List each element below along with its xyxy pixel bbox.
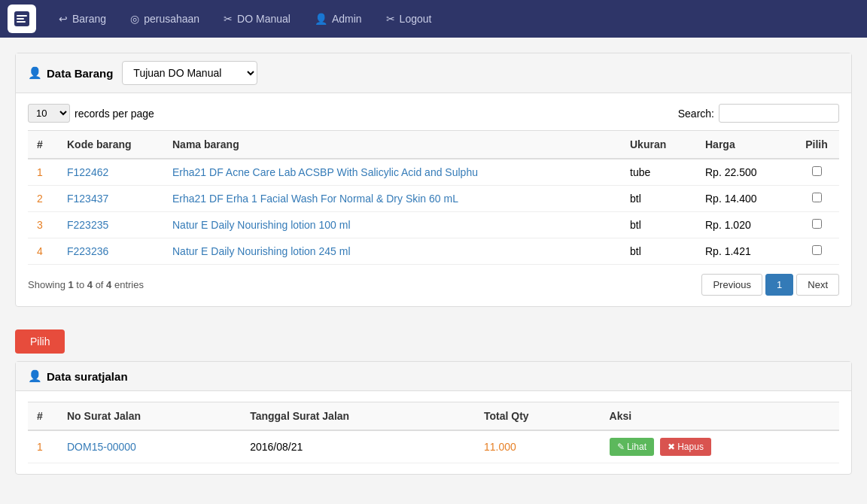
row-pilih	[794, 159, 839, 186]
nav-logout[interactable]: ✂ Logout	[376, 7, 443, 31]
user-icon: 👤	[28, 66, 42, 80]
navbar: ↩ Barang ◎ perusahaan ✂ DO Manual 👤 Admi…	[0, 0, 867, 38]
barang-table: # Kode barang Nama barang Ukuran Harga P…	[28, 130, 839, 265]
data-barang-header: 👤 Data Barang Tujuan DO Manual Tujuan DO…	[16, 53, 851, 93]
records-per-page-control: 10 25 50 100 records per page	[28, 104, 154, 123]
row-checkbox[interactable]	[812, 245, 822, 255]
barang-icon: ↩	[59, 13, 68, 25]
showing-from: 1	[68, 279, 73, 290]
row-nama-link[interactable]: Natur E Daily Nourishing lotion 100 ml	[172, 219, 351, 231]
col-header-nama: Nama barang	[163, 131, 621, 159]
row-checkbox[interactable]	[812, 166, 822, 176]
showing-to: 4	[87, 279, 93, 290]
row-checkbox[interactable]	[812, 219, 822, 229]
hapus-button[interactable]: ✖ Hapus	[660, 438, 711, 456]
col-header-pilih: Pilih	[794, 131, 839, 159]
row-nama-link[interactable]: Natur E Daily Nourishing lotion 245 ml	[172, 245, 351, 257]
row-pilih	[794, 212, 839, 238]
row-nama-link[interactable]: Erha21 DF Erha 1 Facial Wash For Normal …	[172, 193, 458, 205]
row-kode: F223235	[58, 212, 163, 238]
sj-row-no: DOM15-00000	[58, 430, 241, 463]
data-barang-title: 👤 Data Barang	[28, 66, 113, 80]
row-kode-link[interactable]: F122462	[67, 166, 108, 178]
data-suratjalan-body: # No Surat Jalan Tanggal Surat Jalan Tot…	[16, 391, 851, 474]
row-num-link[interactable]: 4	[37, 245, 43, 257]
table-row: 2 F123437 Erha21 DF Erha 1 Facial Wash F…	[28, 186, 839, 212]
per-page-select[interactable]: 10 25 50 100	[28, 104, 70, 123]
row-nama-link[interactable]: Erha21 DF Acne Care Lab ACSBP With Salic…	[172, 166, 478, 178]
col-header-kode: Kode barang	[58, 131, 163, 159]
sj-row-tanggal: 2016/08/21	[241, 430, 475, 463]
table-row: 3 F223235 Natur E Daily Nourishing lotio…	[28, 212, 839, 238]
sj-col-num: #	[28, 402, 58, 431]
row-checkbox[interactable]	[812, 193, 822, 202]
sj-row-num-link[interactable]: 1	[37, 441, 43, 453]
page-1-button[interactable]: 1	[765, 274, 793, 296]
lihat-button[interactable]: ✎ Lihat	[610, 438, 654, 456]
row-num-link[interactable]: 3	[37, 219, 43, 231]
row-pilih	[794, 186, 839, 212]
row-kode-link[interactable]: F223236	[67, 245, 108, 257]
row-num-link[interactable]: 2	[37, 193, 43, 205]
sj-row-qty-val: 11.000	[484, 441, 516, 453]
perusahaan-icon: ◎	[130, 13, 139, 25]
search-input[interactable]	[719, 104, 839, 123]
nav-admin[interactable]: 👤 Admin	[304, 7, 373, 31]
row-num: 1	[28, 159, 58, 186]
sj-row-no-link[interactable]: DOM15-00000	[67, 441, 136, 453]
pilih-button[interactable]: Pilih	[15, 329, 65, 354]
row-kode-link[interactable]: F123437	[67, 193, 108, 205]
row-nama: Erha21 DF Acne Care Lab ACSBP With Salic…	[163, 159, 621, 186]
row-num: 2	[28, 186, 58, 212]
showing-of: 4	[106, 279, 111, 290]
showing-text: Showing 1 to 4 of 4 entries	[28, 279, 144, 290]
row-ukuran: tube	[621, 159, 696, 186]
row-kode: F122462	[58, 159, 163, 186]
table-row: 1 F122462 Erha21 DF Acne Care Lab ACSBP …	[28, 159, 839, 186]
tujuan-select[interactable]: Tujuan DO Manual Tujuan DO Manual	[122, 61, 257, 85]
row-kode: F223236	[58, 238, 163, 265]
row-harga: Rp. 1.020	[696, 212, 794, 238]
row-pilih	[794, 238, 839, 265]
admin-icon: 👤	[315, 13, 327, 25]
row-nama: Natur E Daily Nourishing lotion 100 ml	[163, 212, 621, 238]
table-row: 4 F223236 Natur E Daily Nourishing lotio…	[28, 238, 839, 265]
sj-col-tanggal: Tanggal Surat Jalan	[241, 402, 475, 431]
do-manual-icon: ✂	[224, 13, 233, 25]
row-ukuran: btl	[621, 186, 696, 212]
col-header-harga: Harga	[696, 131, 794, 159]
row-kode: F123437	[58, 186, 163, 212]
sj-row-qty: 11.000	[475, 430, 601, 463]
records-per-page-label: records per page	[75, 108, 154, 120]
row-num-link[interactable]: 1	[37, 166, 43, 178]
suratjalan-table: # No Surat Jalan Tanggal Surat Jalan Tot…	[28, 402, 839, 463]
row-nama: Natur E Daily Nourishing lotion 245 ml	[163, 238, 621, 265]
col-header-num: #	[28, 131, 58, 159]
row-ukuran: btl	[621, 212, 696, 238]
sj-row-aksi: ✎ Lihat ✖ Hapus	[601, 430, 839, 463]
table-row: 1 DOM15-00000 2016/08/21 11.000 ✎ Lihat …	[28, 430, 839, 463]
logout-icon: ✂	[386, 13, 395, 25]
logo	[8, 5, 36, 33]
suratjalan-icon: 👤	[28, 369, 42, 383]
data-suratjalan-card: 👤 Data suratjalan # No Surat Jalan Tangg…	[15, 361, 852, 475]
data-suratjalan-title: 👤 Data suratjalan	[28, 369, 128, 383]
sj-col-aksi: Aksi	[601, 402, 839, 431]
nav-barang[interactable]: ↩ Barang	[48, 7, 117, 31]
nav-perusahaan[interactable]: ◎ perusahaan	[120, 7, 210, 31]
row-ukuran: btl	[621, 238, 696, 265]
row-harga: Rp. 1.421	[696, 238, 794, 265]
next-button[interactable]: Next	[796, 274, 839, 296]
barang-table-header: # Kode barang Nama barang Ukuran Harga P…	[28, 131, 839, 159]
sj-row-num: 1	[28, 430, 58, 463]
search-label: Search:	[678, 108, 714, 120]
row-harga: Rp. 14.400	[696, 186, 794, 212]
nav-do-manual[interactable]: ✂ DO Manual	[213, 7, 301, 31]
prev-button[interactable]: Previous	[701, 274, 762, 296]
sj-col-no: No Surat Jalan	[58, 402, 241, 431]
data-barang-body: 10 25 50 100 records per page Search: #	[16, 93, 851, 306]
sj-col-qty: Total Qty	[475, 402, 601, 431]
data-barang-card: 👤 Data Barang Tujuan DO Manual Tujuan DO…	[15, 53, 852, 307]
row-kode-link[interactable]: F223235	[67, 219, 108, 231]
table-controls: 10 25 50 100 records per page Search:	[28, 104, 839, 123]
